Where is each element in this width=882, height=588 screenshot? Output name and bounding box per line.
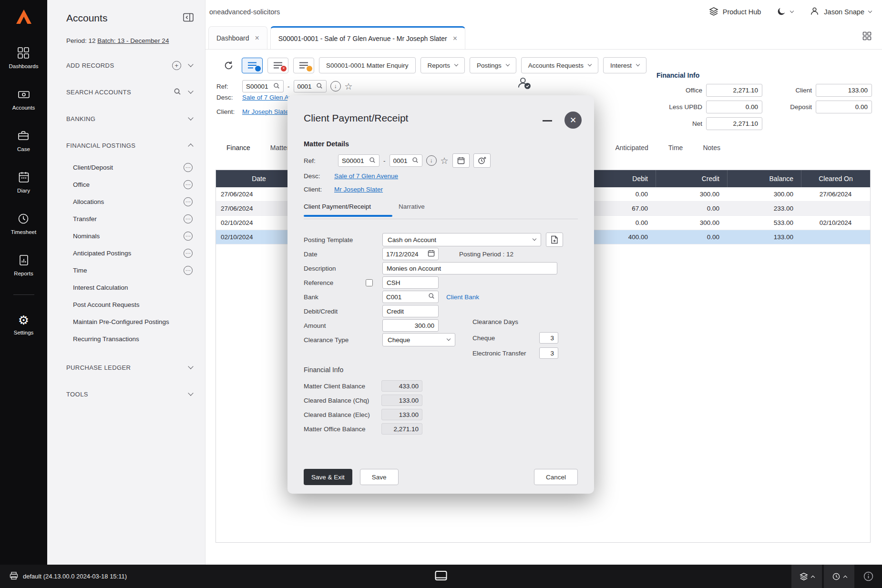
clock-add-button[interactable]	[473, 153, 491, 168]
postings-dropdown[interactable]: Postings	[470, 57, 516, 73]
interest-dropdown[interactable]: Interest	[603, 57, 646, 73]
matter-enquiry-button[interactable]: S00001-0001 Matter Enquiry	[319, 57, 416, 73]
star-icon[interactable]: ☆	[345, 82, 353, 91]
cheque-days-input[interactable]	[539, 332, 558, 344]
posting-template-select[interactable]: Cash on Account	[382, 233, 541, 246]
rail-item-accounts[interactable]: Accounts	[12, 88, 35, 111]
client-balance-value[interactable]	[816, 84, 872, 97]
client-bank-link[interactable]: Client Bank	[446, 294, 479, 301]
matter-client-link[interactable]: Mr Joseph Slater	[242, 108, 291, 115]
search-icon[interactable]	[369, 157, 376, 165]
electronic-transfer-days-input[interactable]	[539, 347, 558, 359]
sidebar-group-add-records[interactable]: ADD RECORDS +	[47, 52, 205, 79]
net-value[interactable]	[706, 117, 762, 130]
less-upbd-value[interactable]	[706, 101, 762, 113]
arrow-down-circle-icon[interactable]: ↓	[330, 81, 341, 91]
clearance-type-select[interactable]: Cheque	[382, 333, 455, 346]
batch-list-close-button[interactable]: ×	[267, 58, 288, 73]
save-exit-button[interactable]: Save & Exit	[304, 469, 352, 485]
search-icon[interactable]	[273, 82, 280, 91]
star-icon[interactable]: ☆	[441, 156, 449, 165]
matter-client-link[interactable]: Mr Joseph Slater	[334, 186, 383, 193]
batch-list-current-button[interactable]	[242, 58, 263, 73]
close-icon[interactable]: ×	[453, 35, 457, 42]
accounts-requests-dropdown[interactable]: Accounts Requests	[521, 57, 598, 73]
product-hub-button[interactable]: Product Hub	[709, 7, 761, 18]
rail-item-diary[interactable]: Diary	[17, 171, 30, 193]
rail-item-settings[interactable]: ⚙ Settings	[14, 314, 34, 335]
sidebar-group-search-accounts[interactable]: SEARCH ACCOUNTS	[47, 79, 205, 105]
subtab-anticipated[interactable]: Anticipated	[615, 144, 648, 152]
item-menu-icon[interactable]: ⋯	[184, 232, 193, 241]
rail-item-timesheet[interactable]: Timesheet	[11, 213, 36, 235]
person-check-icon[interactable]	[516, 75, 532, 92]
sidebar-item-transfer[interactable]: Transfer ⋯	[47, 210, 205, 227]
search-icon[interactable]	[174, 88, 181, 97]
office-value[interactable]	[706, 84, 762, 97]
description-input[interactable]	[382, 262, 557, 274]
subtab-time[interactable]: Time	[668, 144, 683, 152]
recent-activity-button[interactable]	[824, 565, 854, 588]
search-icon[interactable]	[412, 157, 419, 165]
reports-dropdown[interactable]: Reports	[420, 57, 465, 73]
tab-client-payment-receipt[interactable]: Client Payment/Receipt	[304, 203, 371, 210]
window-icon[interactable]	[435, 570, 447, 582]
sidebar-item-post-account-requests[interactable]: Post Account Requests	[47, 296, 205, 313]
save-button[interactable]: Save	[360, 469, 399, 485]
calendar-icon[interactable]	[428, 250, 435, 259]
matter-desc-link[interactable]: Sale of 7 Glen Avenue	[334, 172, 398, 180]
search-icon[interactable]	[316, 82, 323, 91]
bank-input[interactable]	[386, 294, 420, 301]
close-icon[interactable]: ×	[255, 34, 259, 42]
tab-dashboard[interactable]: Dashboard ×	[208, 26, 267, 49]
tab-narrative[interactable]: Narrative	[399, 203, 425, 210]
item-menu-icon[interactable]: ⋯	[184, 197, 193, 206]
batch-panel-button[interactable]	[791, 565, 822, 588]
sidebar-group-purchase-ledger[interactable]: PURCHASE LEDGER	[47, 354, 205, 381]
rail-item-reports[interactable]: Reports	[14, 254, 33, 276]
item-menu-icon[interactable]: ⋯	[184, 163, 193, 172]
minimize-icon[interactable]	[543, 120, 552, 122]
item-menu-icon[interactable]: ⋯	[184, 180, 193, 189]
collapse-panel-icon[interactable]	[183, 13, 194, 24]
rail-item-dashboards[interactable]: Dashboards	[9, 47, 38, 69]
date-input[interactable]	[386, 251, 423, 258]
sidebar-group-tools[interactable]: TOOLS	[47, 381, 205, 407]
cancel-button[interactable]: Cancel	[534, 469, 578, 485]
batch-list-pending-button[interactable]	[293, 58, 314, 73]
sidebar-item-allocations[interactable]: Allocations ⋯	[47, 193, 205, 210]
user-menu[interactable]: Jason Snape	[810, 6, 872, 18]
calendar-button[interactable]	[452, 153, 470, 168]
refresh-button[interactable]	[220, 57, 237, 73]
batch-link[interactable]: Batch: 13 - December 24	[97, 37, 169, 44]
layout-grid-icon[interactable]	[862, 31, 872, 42]
sidebar-item-anticipated-postings[interactable]: Anticipated Postings ⋯	[47, 244, 205, 262]
sidebar-item-client-deposit[interactable]: Client/Deposit ⋯	[47, 159, 205, 176]
subtab-finance[interactable]: Finance	[226, 144, 250, 152]
info-icon[interactable]	[854, 571, 882, 581]
subtab-matter[interactable]: Matter	[270, 144, 289, 152]
sidebar-item-time[interactable]: Time ⋯	[47, 262, 205, 279]
sidebar-item-nominals[interactable]: Nominals ⋯	[47, 227, 205, 244]
sidebar-item-interest-calculation[interactable]: Interest Calculation	[47, 279, 205, 296]
ref-input[interactable]	[246, 83, 271, 90]
new-template-button[interactable]	[546, 233, 563, 247]
search-icon[interactable]	[428, 293, 435, 301]
ref-input[interactable]	[342, 157, 367, 164]
sidebar-group-banking[interactable]: BANKING	[47, 105, 205, 132]
close-icon[interactable]: ✕	[564, 112, 582, 129]
reference-checkbox[interactable]	[366, 279, 373, 286]
sidebar-item-recurring-transactions[interactable]: Recurring Transactions	[47, 330, 205, 347]
deposit-value[interactable]	[816, 101, 872, 113]
subtab-notes[interactable]: Notes	[703, 144, 720, 152]
amount-input[interactable]	[382, 319, 439, 332]
plus-circle-icon[interactable]: +	[172, 61, 181, 70]
sidebar-item-maintain-preconfigured-postings[interactable]: Maintain Pre-Configured Postings	[47, 313, 205, 330]
sidebar-group-financial-postings[interactable]: FINANCIAL POSTINGS	[47, 132, 205, 159]
tab-matter[interactable]: S00001-0001 - Sale of 7 Glen Avenue - Mr…	[270, 26, 465, 49]
subref-input[interactable]	[297, 83, 314, 90]
reference-input[interactable]	[382, 276, 439, 289]
item-menu-icon[interactable]: ⋯	[184, 266, 193, 275]
item-menu-icon[interactable]: ⋯	[184, 214, 193, 223]
subref-input[interactable]	[393, 157, 410, 164]
